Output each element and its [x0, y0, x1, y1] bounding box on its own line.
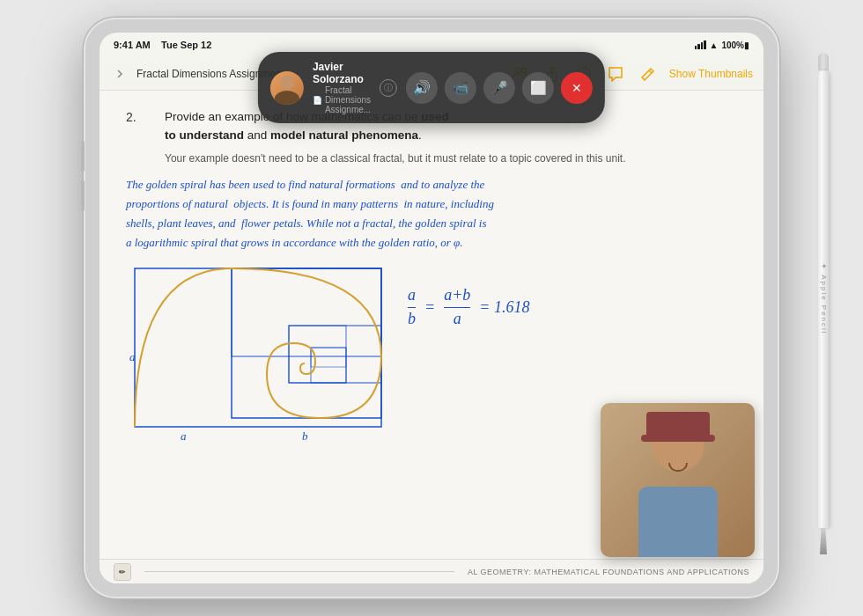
date: Tue Sep 12	[161, 40, 211, 50]
volume-down-button[interactable]	[81, 180, 85, 211]
separator	[144, 571, 454, 572]
svg-rect-10	[311, 348, 346, 383]
video-thumbnail	[601, 403, 755, 557]
facetime-avatar	[270, 71, 304, 105]
show-thumbnails-btn[interactable]: Show Thumbnails	[669, 68, 753, 80]
handwritten-answer: The golden spiral has been used to find …	[126, 175, 737, 253]
volume-up-button[interactable]	[81, 141, 85, 172]
formula-text: a b = a+b a = 1.618	[408, 286, 529, 328]
svg-text:a: a	[181, 429, 187, 443]
question-subtext: Your example doesn't need to be a classi…	[165, 150, 737, 166]
person-video	[601, 403, 755, 557]
golden-spiral-diagram: a b a	[126, 260, 390, 457]
end-call-button[interactable]: ✕	[561, 72, 593, 104]
status-time-date: 9:41 AM Tue Sep 12	[114, 40, 211, 50]
caller-name: Javier Solorzano	[313, 61, 371, 85]
pencil-tip	[820, 528, 827, 554]
screen-share-button[interactable]: ⬜	[522, 72, 554, 104]
collapse-icon[interactable]	[110, 64, 129, 84]
svg-rect-6	[232, 268, 381, 418]
time: 9:41 AM	[114, 40, 151, 50]
eraser-tool[interactable]: ✏	[114, 563, 131, 581]
wifi-icon: ▲	[710, 40, 719, 50]
bottom-bar: ✏ AL GEOMETRY: MATHEMATICAL FOUNDATIONS …	[100, 559, 763, 583]
pencil-cap	[818, 53, 829, 70]
signal-icon	[695, 40, 706, 49]
formula-area: a b = a+b a = 1.618	[408, 260, 529, 328]
svg-rect-11	[311, 348, 346, 367]
edit-icon[interactable]	[638, 64, 657, 84]
status-icons: ▲ 100% ▮	[695, 40, 749, 50]
svg-rect-8	[289, 326, 381, 383]
caller-context: 📄 Fractal Dimensions Assignme...	[313, 85, 371, 114]
facetime-controls: 🔊 📹 🎤 ⬜ ✕	[406, 72, 593, 104]
document-subtitle: AL GEOMETRY: MATHEMATICAL FOUNDATIONS AN…	[468, 568, 749, 576]
mute-button[interactable]: 🎤	[483, 72, 515, 104]
person-smile	[668, 463, 688, 472]
scene: 9:41 AM Tue Sep 12 ▲ 100% ▮	[0, 0, 863, 616]
question-number: 2.	[126, 108, 151, 145]
facetime-overlay: Javier Solorzano 📄 Fractal Dimensions As…	[258, 52, 605, 123]
svg-text:b: b	[302, 429, 308, 443]
svg-rect-9	[289, 326, 346, 383]
speaker-button[interactable]: 🔊	[406, 72, 438, 104]
shirt	[638, 487, 718, 557]
facetime-caller-info: Javier Solorzano 📄 Fractal Dimensions As…	[313, 61, 371, 114]
apple-pencil: ✦ Apple Pencil	[815, 53, 831, 563]
ipad-screen: 9:41 AM Tue Sep 12 ▲ 100% ▮	[100, 33, 763, 583]
battery-icon: 100% ▮	[721, 40, 749, 50]
bubble-icon[interactable]	[606, 64, 625, 84]
pencil-label: ✦ Apple Pencil	[820, 263, 828, 334]
video-button[interactable]: 📹	[445, 72, 476, 104]
pencil-body: ✦ Apple Pencil	[818, 70, 829, 528]
svg-text:a: a	[129, 350, 136, 363]
ipad-body: 9:41 AM Tue Sep 12 ▲ 100% ▮	[84, 18, 779, 598]
svg-rect-7	[232, 268, 381, 356]
person-hat-brim	[641, 435, 715, 442]
facetime-info-button[interactable]: ⓘ	[380, 79, 397, 97]
